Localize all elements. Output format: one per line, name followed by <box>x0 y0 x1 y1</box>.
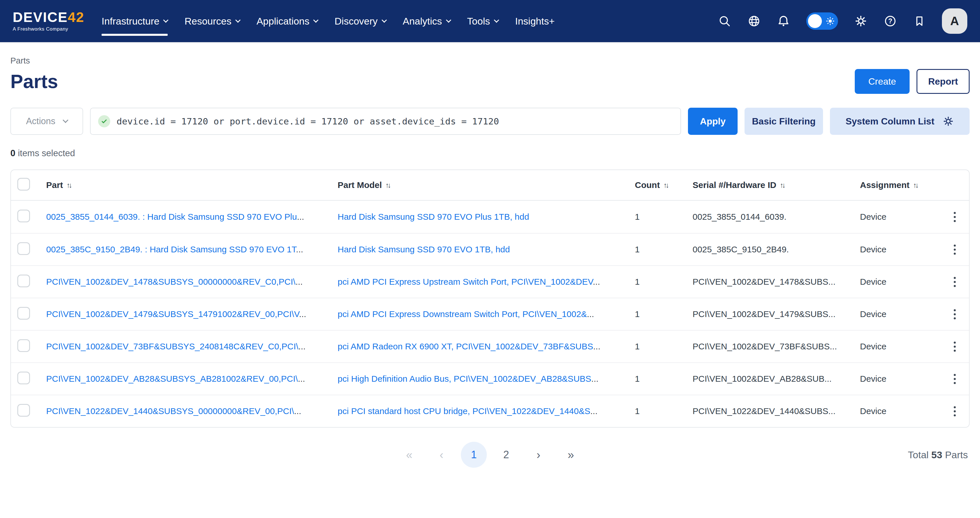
row-checkbox[interactable] <box>18 274 30 287</box>
top-navbar: DEVICE42 A Freshworks Company Infrastruc… <box>0 0 980 43</box>
total-count: Total 53 Parts <box>908 449 968 461</box>
truncation-ellipsis: ... <box>591 374 598 383</box>
help-icon[interactable]: ? <box>884 14 897 28</box>
table-header-row: Part↑↓ Part Model↑↓ Count↑↓ Serial #/Har… <box>11 170 969 201</box>
filter-query-input[interactable]: device.id = 17120 or port.device.id = 17… <box>90 108 681 135</box>
chevron-down-icon <box>235 18 240 22</box>
breadcrumb[interactable]: Parts <box>10 56 30 65</box>
row-menu-button[interactable] <box>951 242 958 257</box>
part-model-link[interactable]: pci High Definition Audio Bus, PCI\VEN_1… <box>337 374 591 383</box>
column-header-part[interactable]: Part↑↓ <box>46 180 72 190</box>
part-model-link[interactable]: pci AMD PCI Express Downstream Switch Po… <box>337 309 587 319</box>
row-checkbox[interactable] <box>18 404 30 417</box>
next-page-button[interactable]: › <box>525 442 552 468</box>
count-cell: 1 <box>635 245 692 254</box>
truncation-ellipsis: ... <box>296 245 303 254</box>
serial-cell: 0025_3855_0144_6039. <box>692 212 860 222</box>
nav-item-insights[interactable]: Insights+ <box>515 0 555 42</box>
basic-filtering-button[interactable]: Basic Filtering <box>745 108 823 135</box>
part-link[interactable]: PCI\VEN_1022&DEV_1440&SUBSYS_00000000&RE… <box>46 406 294 416</box>
part-model-link[interactable]: Hard Disk Samsung SSD 970 EVO 1TB, hdd <box>337 245 510 254</box>
nav-item-resources[interactable]: Resources <box>185 0 240 42</box>
theme-toggle[interactable] <box>806 13 838 30</box>
chevron-down-icon <box>163 18 169 22</box>
avatar[interactable]: A <box>942 8 967 34</box>
part-model-link[interactable]: Hard Disk Samsung SSD 970 EVO Plus 1TB, … <box>337 212 529 222</box>
part-model-link[interactable]: pci AMD PCI Express Upstream Switch Port… <box>337 277 593 287</box>
nav-item-tools[interactable]: Tools <box>467 0 498 42</box>
row-checkbox[interactable] <box>18 242 30 255</box>
gear-icon[interactable] <box>854 14 867 28</box>
navbar-actions: ? A <box>718 8 967 34</box>
sort-icon: ↑↓ <box>780 181 786 190</box>
column-header-assignment[interactable]: Assignment↑↓ <box>860 180 919 190</box>
row-menu-button[interactable] <box>951 404 958 419</box>
sort-icon: ↑↓ <box>66 181 72 190</box>
last-page-button[interactable]: » <box>558 442 584 468</box>
brand-logo[interactable]: DEVICE42 A Freshworks Company <box>13 10 84 32</box>
part-link[interactable]: PCI\VEN_1002&DEV_73BF&SUBSYS_2408148C&RE… <box>46 341 298 351</box>
apply-button[interactable]: Apply <box>688 108 738 135</box>
part-link[interactable]: PCI\VEN_1002&DEV_AB28&SUBSYS_AB281002&RE… <box>46 374 298 383</box>
truncation-ellipsis: ... <box>297 212 304 222</box>
select-all-checkbox[interactable] <box>18 178 30 191</box>
truncation-ellipsis: ... <box>590 406 597 416</box>
nav-item-analytics[interactable]: Analytics <box>403 0 450 42</box>
part-link[interactable]: 0025_385C_9150_2B49. : Hard Disk Samsung… <box>46 245 296 254</box>
page-button-2[interactable]: 2 <box>493 442 519 468</box>
chevron-down-icon <box>313 18 318 22</box>
column-header-count[interactable]: Count↑↓ <box>635 180 669 190</box>
assignment-cell: Device <box>860 212 947 222</box>
globe-icon[interactable] <box>748 14 761 28</box>
chevron-down-icon <box>494 18 499 22</box>
part-link[interactable]: 0025_3855_0144_6039. : Hard Disk Samsung… <box>46 212 297 222</box>
truncation-ellipsis: ... <box>299 309 306 319</box>
part-link[interactable]: PCI\VEN_1002&DEV_1479&SUBSYS_14791002&RE… <box>46 309 299 319</box>
assignment-cell: Device <box>860 406 947 416</box>
row-menu-button[interactable] <box>951 274 958 289</box>
table-row: 0025_385C_9150_2B49. : Hard Disk Samsung… <box>11 233 969 265</box>
row-menu-button[interactable] <box>951 371 958 386</box>
truncation-ellipsis: ... <box>296 277 303 287</box>
page-button-1[interactable]: 1 <box>461 442 487 468</box>
prev-page-button[interactable]: ‹ <box>428 442 455 468</box>
row-checkbox[interactable] <box>18 210 30 222</box>
sun-icon <box>826 16 835 27</box>
row-menu-button[interactable] <box>951 210 958 224</box>
selected-count: 0 <box>10 148 15 158</box>
truncation-ellipsis: ... <box>294 406 301 416</box>
report-button[interactable]: Report <box>916 69 970 94</box>
truncation-ellipsis: ... <box>298 341 305 351</box>
bell-icon[interactable] <box>777 14 790 28</box>
truncation-ellipsis: ... <box>593 341 600 351</box>
nav-item-infrastructure[interactable]: Infrastructure <box>102 0 168 42</box>
nav-item-discovery[interactable]: Discovery <box>334 0 386 42</box>
chevron-down-icon <box>446 18 451 22</box>
row-checkbox[interactable] <box>18 307 30 320</box>
part-model-link[interactable]: pci AMD Radeon RX 6900 XT, PCI\VEN_1002&… <box>337 341 593 351</box>
count-cell: 1 <box>635 406 692 416</box>
part-link[interactable]: PCI\VEN_1002&DEV_1478&SUBSYS_00000000&RE… <box>46 277 296 287</box>
row-checkbox[interactable] <box>18 339 30 352</box>
column-header-part-model[interactable]: Part Model↑↓ <box>337 180 391 190</box>
column-header-serial[interactable]: Serial #/Hardware ID↑↓ <box>692 180 786 190</box>
table-row: 0025_3855_0144_6039. : Hard Disk Samsung… <box>11 201 969 233</box>
row-checkbox[interactable] <box>18 371 30 384</box>
create-button[interactable]: Create <box>855 69 910 94</box>
part-model-link[interactable]: pci PCI standard host CPU bridge, PCI\VE… <box>337 406 590 416</box>
assignment-cell: Device <box>860 277 947 287</box>
brand-name: DEVICE42 <box>13 10 84 24</box>
system-column-list-button[interactable]: System Column List <box>830 108 970 135</box>
search-icon[interactable] <box>718 14 731 28</box>
serial-cell: PCI\VEN_1022&DEV_1440&SUBS... <box>692 406 860 416</box>
row-menu-button[interactable] <box>951 307 958 322</box>
nav-item-applications[interactable]: Applications <box>256 0 318 42</box>
selection-status: 0 items selected <box>10 148 970 158</box>
row-menu-button[interactable] <box>951 339 958 354</box>
first-page-button[interactable]: « <box>396 442 422 468</box>
actions-dropdown[interactable]: Actions <box>10 108 83 135</box>
truncation-ellipsis: ... <box>587 309 594 319</box>
bookmark-icon[interactable] <box>913 15 926 27</box>
main-navigation: Infrastructure Resources Applications Di… <box>102 0 555 42</box>
page-title: Parts <box>10 72 58 91</box>
